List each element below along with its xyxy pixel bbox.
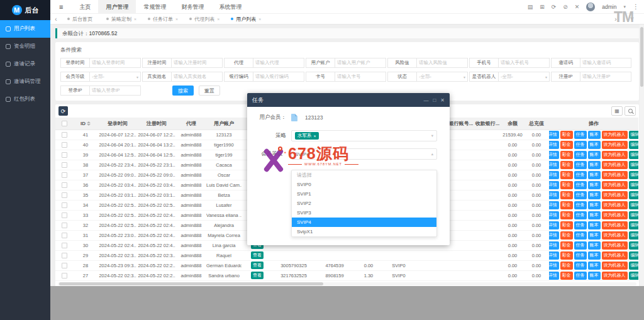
task-button[interactable]: 任务 [574, 141, 587, 149]
edit-button[interactable]: 编辑 [629, 151, 639, 159]
strategy-select[interactable]: 水军系× ▾ [291, 130, 437, 141]
topnav-item[interactable]: 主页 [72, 0, 98, 14]
table-refresh-button[interactable]: ⟳ [58, 106, 68, 116]
edit-button[interactable]: 编辑 [629, 272, 639, 280]
filter-field-input[interactable]: 请输入手机号 [498, 58, 550, 68]
bonus-button[interactable]: 彩金 [560, 131, 573, 139]
task-button[interactable]: 任务 [574, 262, 587, 270]
task-button[interactable]: 任务 [574, 181, 587, 189]
bonus-button[interactable]: 彩金 [560, 262, 573, 270]
edit-button[interactable]: 编辑 [629, 231, 639, 240]
level-option[interactable]: SVIP2 [292, 199, 436, 208]
ledger-button[interactable]: 账本 [588, 151, 601, 159]
tab-close-icon[interactable]: × [175, 17, 178, 21]
edit-button[interactable]: 编辑 [629, 161, 639, 169]
task-button[interactable]: 任务 [574, 171, 587, 179]
task-button[interactable]: 任务 [574, 201, 587, 209]
sidebar-item[interactable]: 资金明细 [0, 38, 50, 55]
set-robot-button[interactable]: 设为机器人 [602, 141, 628, 149]
detail-button[interactable]: 详情 [549, 241, 559, 250]
set-robot-button[interactable]: 设为机器人 [602, 171, 628, 179]
detail-button[interactable]: 详情 [549, 201, 559, 209]
detail-button[interactable]: 详情 [549, 181, 559, 189]
set-robot-button[interactable]: 设为机器人 [602, 262, 628, 270]
sidebar-item[interactable]: 用户列表 [0, 20, 50, 38]
filter-field-input[interactable]: 请输入登录时间 [89, 58, 141, 68]
filter-field-input[interactable]: 请输入注册IP [580, 72, 631, 82]
columns-button[interactable]: ▦ [611, 106, 623, 116]
edit-button[interactable]: 编辑 [629, 251, 639, 260]
row-checkbox[interactable] [62, 152, 67, 158]
layout-icon[interactable]: ⊞ [540, 4, 545, 10]
bonus-button[interactable]: 彩金 [560, 231, 573, 240]
detail-button[interactable]: 详情 [549, 191, 559, 199]
risk-view-badge[interactable]: 查看 [251, 272, 264, 279]
fullscreen-icon[interactable]: ✕ [575, 4, 580, 10]
detail-button[interactable]: 详情 [549, 251, 559, 260]
bonus-button[interactable]: 彩金 [560, 181, 573, 189]
bonus-button[interactable]: 彩金 [560, 251, 573, 260]
level-option[interactable]: SVIP4 [292, 218, 436, 227]
minimize-icon[interactable]: — [423, 97, 428, 103]
row-checkbox[interactable] [62, 212, 67, 218]
bonus-button[interactable]: 彩金 [560, 211, 573, 219]
detail-button[interactable]: 详情 [549, 131, 559, 139]
filter-field-input[interactable]: 请输入用户账户 [335, 58, 386, 68]
task-button[interactable]: 任务 [574, 211, 587, 219]
level-option[interactable]: SvipX1 [292, 227, 436, 236]
edit-button[interactable]: 编辑 [629, 141, 639, 149]
detail-button[interactable]: 详情 [549, 211, 559, 219]
scrollbar-thumb[interactable] [59, 282, 323, 285]
ledger-button[interactable]: 账本 [588, 171, 601, 179]
scrollbar-thumb[interactable] [640, 27, 643, 87]
bonus-button[interactable]: 彩金 [560, 191, 573, 199]
edit-button[interactable]: 编辑 [629, 131, 639, 139]
row-checkbox[interactable] [62, 142, 67, 148]
reset-button[interactable]: 重置 [199, 86, 220, 96]
vertical-scrollbar[interactable] [640, 25, 644, 286]
edit-button[interactable]: 编辑 [629, 171, 639, 179]
menu-icon[interactable]: ≡ [50, 3, 72, 11]
row-checkbox[interactable] [62, 273, 67, 279]
table-search-button[interactable] [625, 106, 636, 116]
set-robot-button[interactable]: 设为机器人 [602, 251, 628, 260]
clear-cache-icon[interactable]: ⊘ [563, 4, 568, 10]
detail-button[interactable]: 详情 [549, 171, 559, 179]
set-robot-button[interactable]: 设为机器人 [602, 272, 628, 280]
filter-field-input[interactable]: 请输入注册时间 [171, 58, 223, 68]
task-button[interactable]: 任务 [574, 221, 587, 229]
breadcrumb-tab[interactable]: 策略定制 × [101, 14, 142, 25]
ledger-button[interactable]: 账本 [588, 191, 601, 199]
set-robot-button[interactable]: 设为机器人 [602, 191, 628, 199]
task-button[interactable]: 任务 [574, 161, 587, 169]
topnav-item[interactable]: 用户管理 [98, 0, 136, 14]
task-button[interactable]: 任务 [574, 251, 587, 260]
ledger-button[interactable]: 账本 [588, 272, 601, 280]
task-button[interactable]: 任务 [574, 241, 587, 250]
edit-button[interactable]: 编辑 [629, 262, 639, 270]
set-robot-button[interactable]: 设为机器人 [602, 231, 628, 240]
row-checkbox[interactable] [62, 233, 67, 238]
row-checkbox[interactable] [62, 253, 67, 258]
row-checkbox[interactable] [62, 243, 67, 248]
task-button[interactable]: 任务 [574, 131, 587, 139]
filter-field-input[interactable]: 请输入真实姓名 [171, 72, 223, 82]
ledger-button[interactable]: 账本 [588, 181, 601, 189]
bonus-button[interactable]: 彩金 [560, 221, 573, 229]
level-option[interactable]: SVIP0 [292, 180, 436, 189]
ledger-button[interactable]: 账本 [588, 211, 601, 219]
bonus-button[interactable]: 彩金 [560, 201, 573, 209]
ledger-button[interactable]: 账本 [588, 131, 601, 139]
tag-close-icon[interactable]: × [314, 134, 316, 138]
bonus-button[interactable]: 彩金 [560, 161, 573, 169]
row-checkbox[interactable] [62, 172, 67, 178]
breadcrumb-tab[interactable]: 任务订单 × [142, 14, 184, 25]
filter-field-input[interactable]: 请输入代理 [253, 58, 304, 68]
filter-field-input[interactable]: -全部-▾ [89, 72, 141, 82]
edit-button[interactable]: 编辑 [629, 191, 639, 199]
task-button[interactable]: 任务 [574, 272, 587, 280]
row-checkbox[interactable] [62, 223, 67, 228]
row-checkbox[interactable] [62, 202, 67, 208]
bonus-button[interactable]: 彩金 [560, 171, 573, 179]
filter-field-input[interactable]: 请输入卡号 [335, 72, 386, 82]
